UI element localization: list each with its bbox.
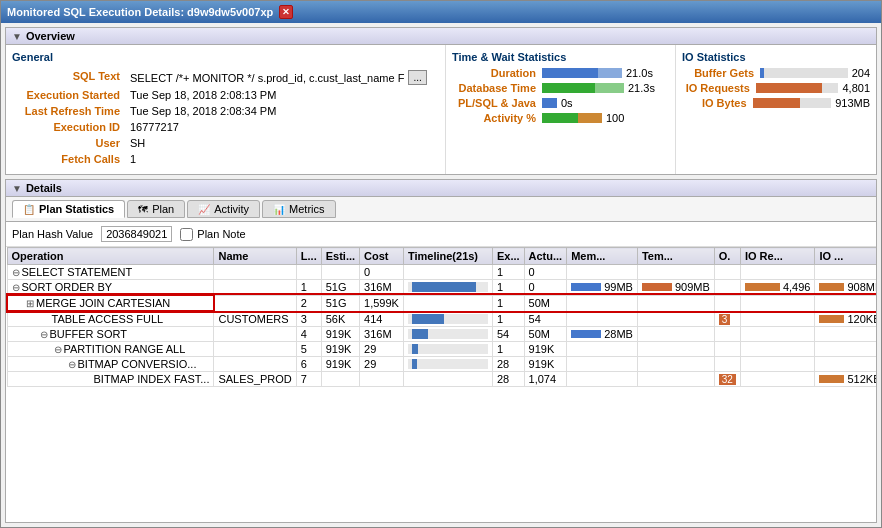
activity-label: Activity % — [452, 112, 542, 124]
plan-hash-value: 2036849021 — [101, 226, 172, 242]
op-cell: ⊖SELECT STATEMENT — [7, 265, 214, 280]
details-label: Details — [26, 182, 62, 194]
db-time-row: Database Time 21.3s — [452, 82, 669, 94]
overview-section: ▼ Overview General SQL Text SELECT /*+ M… — [5, 27, 877, 175]
activity-value: 100 — [606, 112, 624, 124]
title-text: Monitored SQL Execution Details: d9w9dw5… — [7, 6, 273, 18]
col-operation: Operation — [7, 248, 214, 265]
exec-started-value: Tue Sep 18, 2018 2:08:13 PM — [126, 88, 437, 102]
col-io-re: IO Re... — [740, 248, 815, 265]
db-time-value: 21.3s — [628, 82, 655, 94]
col-timeline: Timeline(21s) — [403, 248, 492, 265]
sql-text-label: SQL Text — [14, 69, 124, 86]
close-button[interactable]: ✕ — [279, 5, 293, 19]
tab-plan-statistics-label: Plan Statistics — [39, 203, 114, 215]
tab-activity[interactable]: 📈 Activity — [187, 200, 260, 218]
op-cell: ⊞MERGE JOIN CARTESIAN — [7, 295, 214, 311]
op-cell: BITMAP INDEX FAST... — [7, 372, 214, 387]
plan-statistics-icon: 📋 — [23, 204, 35, 215]
overview-content: General SQL Text SELECT /*+ MONITOR */ s… — [6, 45, 876, 174]
details-section: ▼ Details 📋 Plan Statistics 🗺 Plan 📈 Act… — [5, 179, 877, 523]
io-bytes-bar-fill — [753, 98, 800, 108]
table-row[interactable]: ⊖SORT ORDER BY151G316M1099MB909MB4,49690… — [7, 280, 876, 296]
buffer-gets-label: Buffer Gets — [682, 67, 760, 79]
duration-bar-fill — [542, 68, 622, 78]
pl-sql-row: PL/SQL & Java 0s — [452, 97, 669, 109]
sql-text-cell: SELECT /*+ MONITOR */ s.prod_id, c.cust_… — [126, 69, 437, 86]
details-toggle[interactable]: ▼ — [12, 183, 22, 194]
table-header: Operation Name L... Esti... Cost Timelin… — [7, 248, 876, 265]
general-title: General — [12, 51, 439, 63]
buffer-gets-row: Buffer Gets 204 — [682, 67, 870, 79]
table-row[interactable]: ⊖SELECT STATEMENT010 — [7, 265, 876, 280]
exec-id-label: Execution ID — [14, 120, 124, 134]
col-name: Name — [214, 248, 296, 265]
activity-bar — [542, 112, 602, 124]
fetch-calls-label: Fetch Calls — [14, 152, 124, 166]
activity-bar-fill — [542, 113, 602, 123]
overview-toggle[interactable]: ▼ — [12, 31, 22, 42]
details-tabs: 📋 Plan Statistics 🗺 Plan 📈 Activity 📊 Me… — [6, 197, 876, 222]
col-o: O. — [714, 248, 740, 265]
duration-bar — [542, 67, 622, 79]
col-esti: Esti... — [321, 248, 359, 265]
plan-table-container[interactable]: Operation Name L... Esti... Cost Timelin… — [6, 247, 876, 522]
last-refresh-value: Tue Sep 18, 2018 2:08:34 PM — [126, 104, 437, 118]
plan-table: Operation Name L... Esti... Cost Timelin… — [6, 247, 876, 387]
metrics-icon: 📊 — [273, 204, 285, 215]
main-window: Monitored SQL Execution Details: d9w9dw5… — [0, 0, 882, 528]
plan-controls: Plan Hash Value 2036849021 Plan Note — [6, 222, 876, 247]
table-body: ⊖SELECT STATEMENT010⊖SORT ORDER BY151G31… — [7, 265, 876, 387]
tab-plan-label: Plan — [152, 203, 174, 215]
exec-id-value: 16777217 — [126, 120, 437, 134]
duration-value: 21.0s — [626, 67, 653, 79]
op-cell: ⊖PARTITION RANGE ALL — [7, 342, 214, 357]
table-row[interactable]: ⊞MERGE JOIN CARTESIAN251G1,599K150M — [7, 295, 876, 311]
header-row: Operation Name L... Esti... Cost Timelin… — [7, 248, 876, 265]
time-wait-panel: Time & Wait Statistics Duration 21.0s Da… — [446, 45, 676, 174]
plan-note-checkbox[interactable] — [180, 228, 193, 241]
col-ex: Ex... — [492, 248, 524, 265]
fetch-calls-value: 1 — [126, 152, 437, 166]
io-requests-value: 4,801 — [842, 82, 870, 94]
sql-text-row: SQL Text SELECT /*+ MONITOR */ s.prod_id… — [14, 69, 437, 86]
duration-label: Duration — [452, 67, 542, 79]
col-cost: Cost — [360, 248, 404, 265]
col-tem: Tem... — [637, 248, 714, 265]
table-row[interactable]: TABLE ACCESS FULLCUSTOMERS356K4141543120… — [7, 311, 876, 327]
details-header[interactable]: ▼ Details — [6, 180, 876, 197]
activity-icon: 📈 — [198, 204, 210, 215]
col-io: IO ... — [815, 248, 876, 265]
plan-icon: 🗺 — [138, 204, 148, 215]
buffer-gets-value: 204 — [852, 67, 870, 79]
tab-metrics-label: Metrics — [289, 203, 324, 215]
user-label: User — [14, 136, 124, 150]
tab-plan[interactable]: 🗺 Plan — [127, 200, 185, 218]
io-requests-row: IO Requests 4,801 — [682, 82, 870, 94]
plan-hash-label: Plan Hash Value — [12, 228, 93, 240]
sql-text-expand-button[interactable]: ... — [408, 70, 426, 85]
general-table: SQL Text SELECT /*+ MONITOR */ s.prod_id… — [12, 67, 439, 168]
overview-header[interactable]: ▼ Overview — [6, 28, 876, 45]
sql-text-value: SELECT /*+ MONITOR */ s.prod_id, c.cust_… — [130, 72, 404, 84]
table-row[interactable]: BITMAP INDEX FAST...SALES_PROD7281,07432… — [7, 372, 876, 387]
tab-activity-label: Activity — [214, 203, 249, 215]
pl-sql-label: PL/SQL & Java — [452, 97, 542, 109]
buffer-gets-bar-fill — [760, 68, 764, 78]
db-time-bar — [542, 82, 624, 94]
tab-metrics[interactable]: 📊 Metrics — [262, 200, 335, 218]
time-wait-title: Time & Wait Statistics — [452, 51, 669, 63]
io-bytes-value: 913MB — [835, 97, 870, 109]
exec-id-row: Execution ID 16777217 — [14, 120, 437, 134]
last-refresh-row: Last Refresh Time Tue Sep 18, 2018 2:08:… — [14, 104, 437, 118]
table-row[interactable]: ⊖BUFFER SORT4919K316M5450M28MB5 — [7, 327, 876, 342]
io-bytes-label: IO Bytes — [682, 97, 753, 109]
io-requests-bar-fill — [756, 83, 822, 93]
io-panel: IO Statistics Buffer Gets 204 IO Request… — [676, 45, 876, 174]
table-row[interactable]: ⊖BITMAP CONVERSIO...6919K2928919K — [7, 357, 876, 372]
io-bytes-bar — [753, 98, 832, 108]
op-cell: TABLE ACCESS FULL — [7, 311, 214, 327]
buffer-gets-bar — [760, 68, 848, 78]
table-row[interactable]: ⊖PARTITION RANGE ALL5919K291919K — [7, 342, 876, 357]
tab-plan-statistics[interactable]: 📋 Plan Statistics — [12, 200, 125, 218]
